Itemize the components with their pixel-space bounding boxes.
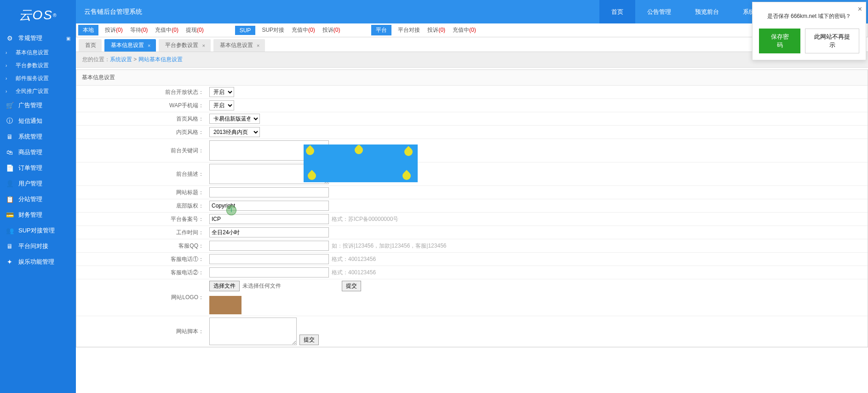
filter-item[interactable]: 平台对接: [398, 27, 420, 33]
close-icon[interactable]: ×: [148, 43, 150, 48]
input-phone2[interactable]: [209, 267, 329, 277]
logo-submit-button[interactable]: 提交: [342, 281, 361, 291]
label-icp: 平台备案号：: [76, 213, 207, 225]
choose-file-button[interactable]: 选择文件: [209, 281, 240, 291]
filter-badge-sup[interactable]: SUP: [235, 26, 256, 35]
label-home-style: 首页风格：: [76, 113, 207, 125]
sidebar-section[interactable]: 🛒广告管理: [0, 98, 76, 113]
logo-preview: [209, 296, 241, 314]
sidebar-icon: 🛒: [6, 102, 14, 109]
sidebar-section[interactable]: 🖥平台间对接: [0, 238, 76, 254]
label-qq: 客服QQ：: [76, 240, 207, 252]
breadcrumb-1[interactable]: 系统设置: [110, 56, 132, 63]
input-phone1[interactable]: [209, 254, 329, 264]
sidebar-icon: 🖥: [6, 243, 14, 250]
select-home-style[interactable]: 卡易信新版蓝色: [209, 114, 260, 124]
label-wap: WAP手机端：: [76, 99, 207, 112]
sidebar-icon: 💳: [6, 211, 14, 219]
sidebar-icon: 👤: [6, 180, 14, 187]
sidebar-section[interactable]: 🛍商品管理: [0, 144, 76, 160]
panel-title: 基本信息设置: [76, 70, 868, 86]
sidebar-icon: ✦: [6, 258, 14, 266]
filter-item[interactable]: 投诉(0): [105, 27, 123, 33]
input-worktime[interactable]: [209, 227, 329, 237]
label-script: 网站脚本：: [76, 325, 207, 338]
sidebar-icon: ⚙: [6, 35, 14, 42]
main: 云售铺后台管理系统 首页公告管理预览前台系统设置清除缓存 本地 投诉(0)等待(…: [76, 0, 868, 393]
filter-item[interactable]: 提现(0): [186, 27, 204, 33]
sidebar-section[interactable]: 👥SUP对接管理: [0, 223, 76, 238]
filter-item[interactable]: 等待(0): [130, 27, 148, 33]
save-password-prompt: × 是否保存 666km.net 域下的密码？ 保存密码 此网站不再提示: [752, 2, 866, 60]
hint-icp: 格式：苏ICP备00000000号: [332, 215, 398, 223]
filter-item[interactable]: SUP对接: [262, 27, 284, 33]
floating-banner: [304, 144, 418, 182]
sidebar-sub-item[interactable]: ›基本信息设置: [0, 46, 76, 59]
input-icp[interactable]: [209, 214, 329, 224]
sidebar-label: 系统管理: [18, 133, 42, 141]
sidebar-icon: 👥: [6, 227, 14, 234]
sidebar-sub-item[interactable]: ›邮件服务设置: [0, 72, 76, 85]
select-open-status[interactable]: 开启: [209, 87, 234, 97]
sidebar-section[interactable]: 👤用户管理: [0, 176, 76, 191]
filter-item[interactable]: 充值中(0): [292, 27, 315, 33]
sidebar-icon: 🛍: [6, 149, 14, 156]
chevron-right-icon: ›: [6, 50, 10, 55]
sidebar-icon: ⓘ: [6, 117, 14, 125]
label-copyright: 底部版权：: [76, 200, 207, 212]
script-submit-button[interactable]: 提交: [299, 335, 319, 345]
label-inner-style: 内页风格：: [76, 126, 207, 139]
sidebar-section[interactable]: 📋分站管理: [0, 191, 76, 207]
tab[interactable]: 基本信息设置×: [104, 39, 156, 52]
textarea-script[interactable]: [209, 318, 297, 345]
prompt-message: 是否保存 666km.net 域下的密码？: [759, 12, 859, 20]
sidebar-section[interactable]: 🖥系统管理: [0, 129, 76, 144]
close-icon[interactable]: ×: [202, 43, 205, 48]
filter-item[interactable]: 投诉(0): [427, 27, 445, 33]
topnav-item[interactable]: 公告管理: [635, 0, 683, 23]
save-password-button[interactable]: 保存密码: [759, 29, 800, 53]
sidebar-label: 分站管理: [18, 195, 42, 203]
sidebar-section[interactable]: 📄订单管理: [0, 160, 76, 176]
filter-badge-local[interactable]: 本地: [78, 25, 98, 35]
sidebar-section[interactable]: 💳财务管理: [0, 207, 76, 223]
close-icon[interactable]: ×: [257, 43, 259, 48]
sidebar-label: 短信通知: [18, 117, 42, 125]
tab-bar: 首页基本信息设置×平台参数设置×基本信息设置×: [76, 37, 868, 52]
sidebar-icon: 🖥: [6, 133, 14, 140]
breadcrumb-2[interactable]: 网站基本信息设置: [138, 56, 183, 63]
sidebar-label: 广告管理: [18, 101, 42, 110]
filter-item[interactable]: 充值中(0): [453, 27, 476, 33]
never-save-button[interactable]: 此网站不再提示: [805, 29, 859, 53]
tab[interactable]: 基本信息设置×: [213, 39, 265, 52]
filter-badge-platform[interactable]: 平台: [371, 25, 391, 35]
label-phone1: 客服电话①：: [76, 253, 207, 266]
label-open-status: 前台开放状态：: [76, 86, 207, 98]
sidebar-label: 财务管理: [18, 211, 42, 219]
sidebar-icon: 📋: [6, 196, 14, 203]
sidebar-section[interactable]: ⓘ短信通知: [0, 113, 76, 129]
sidebar-sub-item[interactable]: ›平台参数设置: [0, 59, 76, 72]
sidebar-label: SUP对接管理: [18, 226, 55, 235]
close-icon[interactable]: ×: [858, 5, 862, 13]
tab[interactable]: 平台参数设置×: [159, 39, 210, 52]
sidebar-label: 常规管理: [18, 34, 42, 42]
chevron-right-icon: ›: [6, 63, 10, 68]
sidebar-sub-item[interactable]: ›全民推广设置: [0, 85, 76, 98]
topbar: 云售铺后台管理系统 首页公告管理预览前台系统设置清除缓存: [76, 0, 868, 23]
select-inner-style[interactable]: 2013经典内页: [209, 127, 260, 137]
sidebar-section[interactable]: ⚙常规管理▣: [0, 30, 76, 46]
topnav-item[interactable]: 预览前台: [683, 0, 731, 23]
logo-reg: ®: [53, 13, 57, 18]
input-site-title[interactable]: [209, 187, 329, 197]
tab[interactable]: 首页: [79, 39, 102, 52]
sidebar-section[interactable]: ✦娱乐功能管理: [0, 254, 76, 270]
select-wap[interactable]: 开启: [209, 100, 234, 110]
topnav-item[interactable]: 首页: [599, 0, 635, 23]
input-qq[interactable]: [209, 241, 329, 251]
hint-phone1: 格式：400123456: [332, 255, 376, 263]
label-logo: 网站LOGO：: [76, 291, 207, 304]
label-worktime: 工作时间：: [76, 226, 207, 239]
filter-item[interactable]: 充值中(0): [155, 27, 178, 33]
filter-item[interactable]: 投诉(0): [322, 27, 340, 33]
